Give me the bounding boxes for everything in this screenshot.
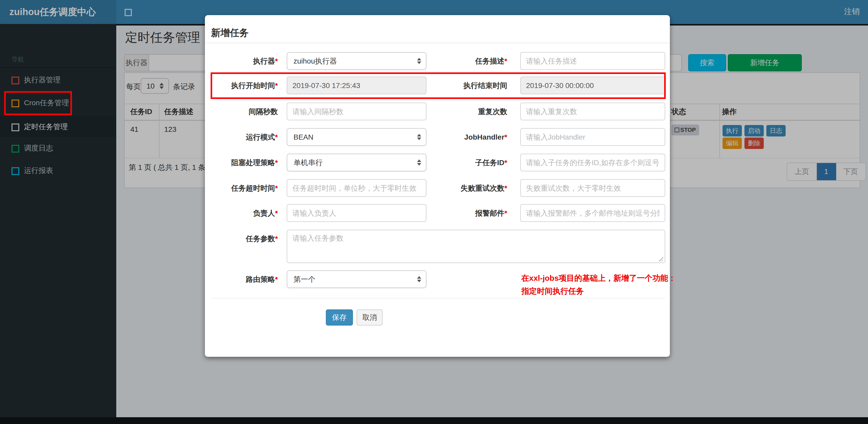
job-handler-input[interactable] — [520, 128, 665, 146]
run-mode-label: 运行模式* — [205, 128, 278, 146]
fail-retry-input[interactable] — [520, 179, 665, 197]
run-mode-select[interactable]: BEAN — [287, 128, 427, 146]
modal-footer-divider — [211, 298, 665, 298]
job-param-label: 任务参数* — [205, 230, 278, 248]
annotation-note-line2: 指定时间执行任务 — [521, 287, 584, 296]
job-desc-input[interactable] — [520, 52, 665, 70]
owner-label: 负责人* — [205, 204, 278, 222]
select-arrows-icon — [417, 159, 421, 166]
executor-label: 执行器* — [205, 52, 278, 70]
select-arrows-icon — [417, 134, 421, 140]
job-desc-label: 任务描述* — [434, 52, 507, 70]
add-job-modal: 新增任务 执行器* zuihou执行器 任务描述* 执行开始时间* 执行结束时间… — [205, 15, 670, 357]
annotation-note-line1: 在xxl-jobs项目的基础上，新增了一个功能： — [521, 273, 676, 283]
job-handler-label: JobHandler* — [434, 128, 507, 146]
owner-input[interactable] — [287, 204, 427, 222]
repeat-count-label: 重复次数 — [434, 103, 507, 120]
repeat-count-input[interactable] — [520, 103, 665, 120]
block-strategy-select[interactable]: 单机串行 — [287, 154, 427, 171]
block-strategy-label: 阻塞处理策略* — [205, 154, 278, 171]
cancel-button[interactable]: 取消 — [356, 309, 383, 326]
select-arrows-icon — [417, 276, 421, 282]
timeout-label: 任务超时时间* — [205, 179, 278, 197]
fail-retry-label: 失败重试次数* — [434, 179, 507, 197]
select-arrows-icon — [417, 58, 421, 64]
child-job-id-input[interactable] — [520, 154, 665, 171]
timeout-input[interactable] — [287, 179, 427, 197]
alarm-email-input[interactable] — [520, 204, 665, 222]
modal-header-divider — [205, 43, 670, 43]
interval-label: 间隔秒数 — [205, 103, 278, 120]
start-time-input[interactable] — [287, 76, 427, 94]
start-time-label: 执行开始时间* — [205, 76, 278, 94]
end-time-input[interactable] — [520, 76, 665, 94]
job-param-textarea[interactable] — [287, 230, 665, 263]
route-strategy-select[interactable]: 第一个 — [287, 270, 427, 288]
executor-select[interactable]: zuihou执行器 — [287, 52, 427, 70]
save-button[interactable]: 保存 — [326, 309, 353, 326]
end-time-label: 执行结束时间 — [434, 76, 507, 94]
alarm-email-label: 报警邮件* — [434, 204, 507, 222]
route-strategy-label: 路由策略* — [205, 270, 278, 288]
interval-input[interactable] — [287, 103, 427, 120]
modal-title: 新增任务 — [211, 27, 249, 39]
child-job-id-label: 子任务ID* — [434, 154, 507, 171]
app-root: zuihou任务调度中心 注销 导航 执行器管理 Cron任务管理 定时任务管理… — [0, 0, 868, 424]
